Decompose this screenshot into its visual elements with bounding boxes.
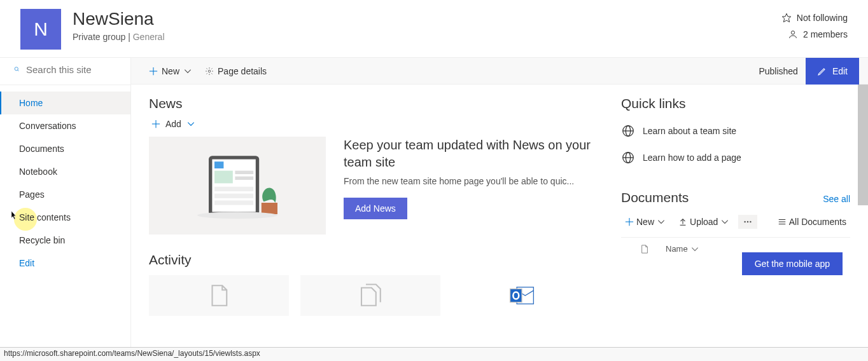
activity-cards xyxy=(149,275,596,316)
nav-recycle-bin[interactable]: Recycle bin xyxy=(0,229,130,252)
quick-link-team-site[interactable]: Learn about a team site xyxy=(621,118,850,144)
nav-documents[interactable]: Documents xyxy=(0,137,130,160)
docs-new-label: New xyxy=(636,217,654,227)
star-icon xyxy=(781,13,792,23)
activity-section-title: Activity xyxy=(149,252,596,268)
quick-link-label: Learn how to add a page xyxy=(643,153,741,163)
activity-card[interactable] xyxy=(149,275,289,316)
news-heading: Keep your team updated with News on your… xyxy=(344,137,596,171)
docs-more-button[interactable] xyxy=(738,215,757,229)
documents-header: Documents See all xyxy=(621,190,850,205)
docs-upload-button[interactable]: Upload xyxy=(675,214,733,229)
nav-site-contents[interactable]: Site contents xyxy=(0,206,130,229)
search-icon xyxy=(14,63,20,76)
chevron-down-icon xyxy=(720,217,729,226)
documents-section-title: Documents xyxy=(621,190,689,205)
nav: Home Conversations Documents Notebook Pa… xyxy=(0,85,130,275)
quick-link-add-page[interactable]: Learn how to add a page xyxy=(621,144,850,171)
site-subtitle: Private group | General xyxy=(73,32,781,42)
news-description: From the new team site home page you'll … xyxy=(344,176,596,186)
svg-rect-21 xyxy=(510,289,522,303)
content-left: News Add xyxy=(149,96,596,316)
nav-conversations[interactable]: Conversations xyxy=(0,114,130,137)
outlook-icon xyxy=(508,282,535,309)
content-area: News Add xyxy=(131,85,868,316)
new-button[interactable]: New xyxy=(143,62,199,80)
site-logo[interactable]: N xyxy=(20,9,61,50)
members-button[interactable]: 2 members xyxy=(788,29,848,39)
publish-state: Published xyxy=(751,66,806,76)
all-documents-label: All Documents xyxy=(789,217,846,227)
svg-point-2 xyxy=(15,67,18,71)
edit-button[interactable]: Edit xyxy=(806,58,859,85)
chevron-down-icon xyxy=(186,119,195,128)
docs-new-button[interactable]: New xyxy=(621,214,669,229)
news-hero: Keep your team updated with News on your… xyxy=(149,137,596,235)
chevron-down-icon xyxy=(690,245,699,254)
quick-link-label: Learn about a team site xyxy=(643,126,736,136)
file-icon xyxy=(640,245,649,254)
svg-rect-12 xyxy=(214,171,233,184)
group-type: Private group xyxy=(73,32,125,42)
person-icon xyxy=(788,29,798,39)
command-bar: New Page details Published Edit xyxy=(131,58,868,85)
tablet-illustration-icon xyxy=(180,151,295,221)
quick-links-title: Quick links xyxy=(621,96,850,111)
svg-rect-14 xyxy=(235,177,253,180)
all-documents-view[interactable]: All Documents xyxy=(774,214,850,229)
svg-rect-13 xyxy=(235,171,253,174)
members-label: 2 members xyxy=(803,29,848,39)
column-name[interactable]: Name xyxy=(666,244,699,254)
search-input[interactable] xyxy=(26,64,122,75)
site-header: N NewSiena Private group | General Not f… xyxy=(0,0,868,57)
news-hero-text: Keep your team updated with News on your… xyxy=(344,137,596,219)
svg-rect-16 xyxy=(214,194,253,198)
add-news-button[interactable]: Add News xyxy=(344,198,407,219)
document-icon xyxy=(206,282,232,309)
sidebar: Home Conversations Documents Notebook Pa… xyxy=(0,58,131,347)
channel-name: General xyxy=(133,32,165,42)
nav-home[interactable]: Home xyxy=(0,92,130,114)
activity-card[interactable] xyxy=(452,275,592,316)
svg-rect-18 xyxy=(262,203,277,214)
svg-point-33 xyxy=(747,221,748,222)
gear-icon xyxy=(205,67,214,76)
svg-rect-17 xyxy=(214,200,253,205)
main: New Page details Published Edit News Add xyxy=(131,58,868,347)
follow-toggle[interactable]: Not following xyxy=(781,13,848,23)
page-details-button[interactable]: Page details xyxy=(199,62,273,80)
pencil-icon xyxy=(817,66,827,76)
site-title: NewSiena xyxy=(73,9,781,29)
pointer-cursor-icon xyxy=(8,210,19,221)
docs-upload-label: Upload xyxy=(690,217,718,227)
news-add-button[interactable]: Add xyxy=(149,118,596,130)
nav-notebook[interactable]: Notebook xyxy=(0,160,130,183)
news-section-title: News xyxy=(149,96,596,111)
plus-icon xyxy=(149,67,158,76)
get-mobile-app-button[interactable]: Get the mobile app xyxy=(742,252,843,275)
activity-card[interactable] xyxy=(300,275,440,316)
nav-pages[interactable]: Pages xyxy=(0,183,130,206)
globe-icon xyxy=(621,151,635,165)
see-all-link[interactable]: See all xyxy=(823,194,850,204)
svg-line-3 xyxy=(18,70,19,71)
new-label: New xyxy=(162,66,179,76)
shell: Home Conversations Documents Notebook Pa… xyxy=(0,57,868,347)
nav-site-contents-label: Site contents xyxy=(19,212,71,222)
edit-label: Edit xyxy=(832,66,848,76)
news-add-label: Add xyxy=(165,119,181,129)
news-hero-image xyxy=(149,137,326,235)
svg-point-6 xyxy=(208,70,211,72)
chevron-down-icon xyxy=(657,217,666,226)
column-name-label: Name xyxy=(666,244,688,254)
separator: | xyxy=(128,32,133,42)
scrollbar-thumb[interactable] xyxy=(858,85,868,205)
nav-edit[interactable]: Edit xyxy=(0,252,130,275)
svg-rect-15 xyxy=(214,187,253,191)
list-icon xyxy=(778,217,787,226)
documents-toolbar: New Upload All Documents xyxy=(621,210,850,233)
svg-marker-0 xyxy=(782,13,790,22)
site-meta: NewSiena Private group | General xyxy=(73,9,781,42)
browser-status-bar: https://microsoft.sharepoint.com/teams/N… xyxy=(0,347,868,361)
svg-point-19 xyxy=(197,212,277,219)
